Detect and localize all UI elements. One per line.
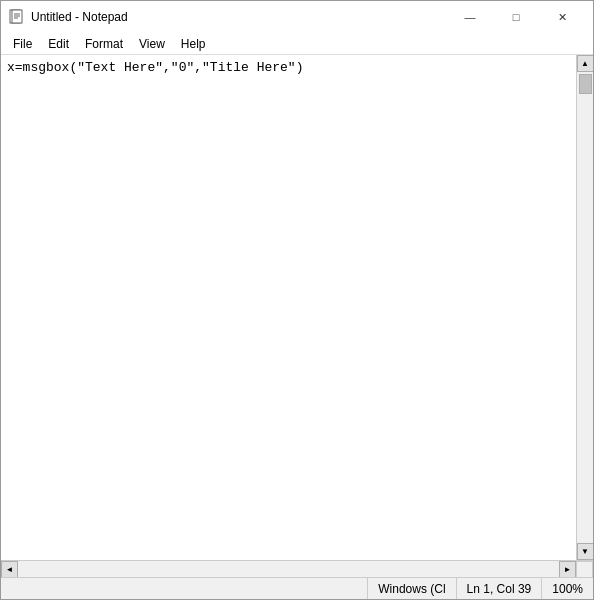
scroll-down-button[interactable]: ▼ <box>577 543 594 560</box>
status-zoom: 100% <box>541 578 593 599</box>
text-editor[interactable] <box>1 55 576 560</box>
status-encoding: Windows (Cl <box>367 578 455 599</box>
maximize-button[interactable]: □ <box>493 1 539 33</box>
scroll-right-button[interactable]: ► <box>559 561 576 577</box>
editor-row: ▲ ▼ <box>1 55 593 560</box>
scroll-track-x[interactable] <box>18 561 559 577</box>
scroll-thumb-y[interactable] <box>579 74 592 94</box>
scroll-left-button[interactable]: ◄ <box>1 561 18 577</box>
window-controls: — □ ✕ <box>447 1 585 33</box>
close-button[interactable]: ✕ <box>539 1 585 33</box>
app-icon <box>9 9 25 25</box>
vertical-scrollbar: ▲ ▼ <box>576 55 593 560</box>
menu-format[interactable]: Format <box>77 35 131 53</box>
menu-file[interactable]: File <box>5 35 40 53</box>
minimize-button[interactable]: — <box>447 1 493 33</box>
notepad-window: Untitled - Notepad — □ ✕ File Edit Forma… <box>0 0 594 600</box>
status-position: Ln 1, Col 39 <box>456 578 542 599</box>
window-title: Untitled - Notepad <box>31 10 447 24</box>
status-bar: Windows (Cl Ln 1, Col 39 100% <box>1 577 593 599</box>
menu-bar: File Edit Format View Help <box>1 33 593 55</box>
editor-wrapper: ▲ ▼ ◄ ► <box>1 55 593 577</box>
scroll-up-button[interactable]: ▲ <box>577 55 594 72</box>
scrollbar-corner <box>576 561 593 577</box>
menu-help[interactable]: Help <box>173 35 214 53</box>
horizontal-scrollbar: ◄ ► <box>1 560 593 577</box>
menu-view[interactable]: View <box>131 35 173 53</box>
scroll-track-y[interactable] <box>577 72 593 543</box>
menu-edit[interactable]: Edit <box>40 35 77 53</box>
title-bar: Untitled - Notepad — □ ✕ <box>1 1 593 33</box>
